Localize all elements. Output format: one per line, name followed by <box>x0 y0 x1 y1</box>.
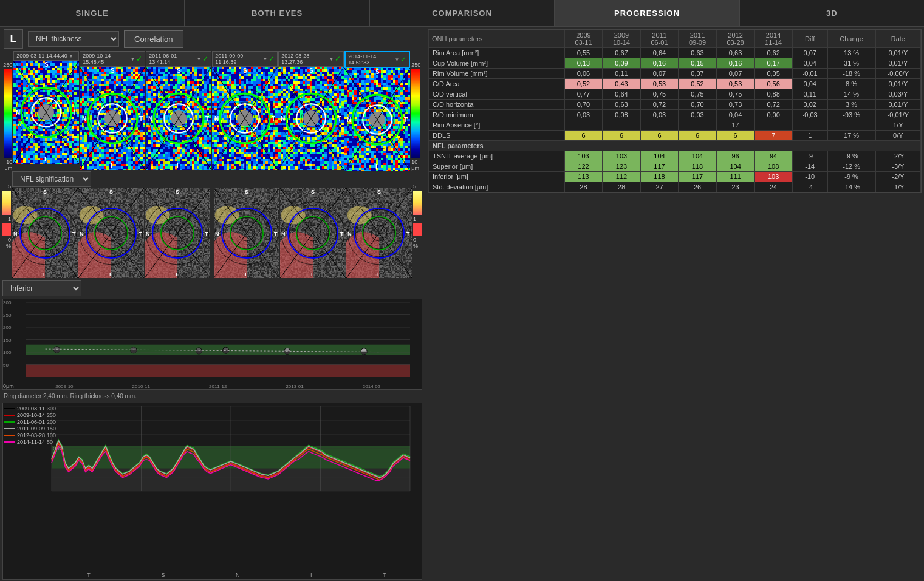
col-header-4: 201109-09 <box>679 30 717 48</box>
cell-4-change: 14 % <box>827 89 875 100</box>
row-label-7: Rim Absence [°] <box>429 120 565 131</box>
cell-11-4: 104 <box>716 161 755 172</box>
nfl-line-chart: 2009-03-11 300 2009-10-14 250 2011-06-01… <box>2 403 422 580</box>
cell-12-1: 112 <box>603 172 641 182</box>
cell-10-rate: -2/Y <box>875 151 920 161</box>
cell-1-2: 0,16 <box>640 58 679 69</box>
check-5: ✓ <box>335 55 341 63</box>
col-header-6: 201411-14 <box>755 30 793 48</box>
cell-13-5: 24 <box>755 182 793 192</box>
cell-4-1: 0,64 <box>603 89 641 100</box>
cell-13-rate: -1/Y <box>875 182 920 192</box>
cell-7-3: - <box>679 120 717 131</box>
check-2: ✓ <box>136 55 142 63</box>
row-label-4: C/D vertical <box>429 89 565 100</box>
cell-6-0: 0,03 <box>564 110 603 120</box>
cell-6-diff: -0,03 <box>792 110 827 120</box>
cell-3-3: 0,52 <box>679 79 717 89</box>
cell-8-rate: 0/Y <box>875 131 920 141</box>
cell-5-2: 0,72 <box>640 100 679 110</box>
scan-date-2[interactable]: 2009-10-14 15:48:45 ▼ ✓ <box>80 51 145 67</box>
cell-4-0: 0,77 <box>564 89 603 100</box>
cell-2-3: 0,07 <box>679 69 717 79</box>
cell-1-5: 0,17 <box>755 58 793 69</box>
cell-1-diff: 0,04 <box>792 58 827 69</box>
section-header-9: NFL parameters <box>429 141 921 151</box>
col-header-3: 201106-01 <box>640 30 679 48</box>
scan-date-6[interactable]: 2014-11-14 14:52:33 ▼ ✓ <box>344 51 410 68</box>
cell-0-2: 0,64 <box>640 48 679 58</box>
scan-date-4[interactable]: 2011-09-09 11:16:39 ▼ ✓ <box>212 51 278 67</box>
scale-unit-left: μm <box>5 165 13 171</box>
sector-row: Inferior <box>2 280 422 296</box>
cell-13-3: 26 <box>679 182 717 192</box>
scan-image-3 <box>146 67 211 170</box>
thickness-selector[interactable]: NFL thickness <box>28 31 119 47</box>
col-change: Change <box>827 30 875 48</box>
left-panel: L NFL thickness Correlation 250 10 μm 20… <box>0 27 425 581</box>
sig-selector[interactable]: NFL signification <box>12 171 91 187</box>
cell-12-0: 113 <box>564 172 603 182</box>
cell-2-0: 0,06 <box>564 69 603 79</box>
row-label-12: Inferior [μm] <box>429 172 565 182</box>
cell-1-3: 0,15 <box>679 58 717 69</box>
cell-3-change: 8 % <box>827 79 875 89</box>
tab-comparison[interactable]: COMPARISON <box>370 0 555 26</box>
cell-4-2: 0,75 <box>640 89 679 100</box>
cell-5-rate: 0,01/Y <box>875 100 920 110</box>
correlation-button[interactable]: Correlation <box>124 30 183 48</box>
sig-image-1 <box>12 188 78 278</box>
cell-0-diff: 0,07 <box>792 48 827 58</box>
tab-progression[interactable]: PROGRESSION <box>555 0 739 26</box>
progression-chart <box>2 299 422 390</box>
scan-date-3[interactable]: 2011-06-01 13:41:14 ▼ ✓ <box>146 51 211 67</box>
scan-date-1[interactable]: 2009-03-11 14:44:40 ▼ <box>13 51 79 61</box>
cell-10-1: 103 <box>603 151 641 161</box>
cell-5-3: 0,70 <box>679 100 717 110</box>
scan-date-5[interactable]: 2012-03-28 13:27:36 ▼ ✓ <box>278 51 344 67</box>
cell-4-diff: 0,11 <box>792 89 827 100</box>
sig-right-scale: 5 1 0 % <box>412 172 423 279</box>
row-label-6: R/D minimum <box>429 110 565 120</box>
scan-1: 2009-03-11 14:44:40 ▼ <box>13 51 79 171</box>
cell-0-0: 0,55 <box>564 48 603 58</box>
nfl-chart-canvas <box>3 403 416 500</box>
row-label-11: Superior [μm] <box>429 161 565 172</box>
left-color-scale: 250 10 μm <box>1 51 13 171</box>
x-axis-labels: T S N I T <box>52 572 422 578</box>
tab-3d[interactable]: 3D <box>740 0 924 26</box>
col-header-5: 201203-28 <box>716 30 755 48</box>
scan-5: 2012-03-28 13:27:36 ▼ ✓ <box>278 51 344 171</box>
row-label-2: Rim Volume [mm³] <box>429 69 565 79</box>
cell-12-4: 111 <box>716 172 755 182</box>
cell-1-0: 0,13 <box>564 58 603 69</box>
cell-7-5: - <box>755 120 793 131</box>
cell-11-3: 118 <box>679 161 717 172</box>
cell-13-0: 28 <box>564 182 603 192</box>
chart-legend: 2009-03-11 300 2009-10-14 250 2011-06-01… <box>3 404 65 453</box>
cell-8-0: 6 <box>564 131 603 141</box>
row-label-5: C/D horizontal <box>429 100 565 110</box>
cell-6-rate: -0,01/Y <box>875 110 920 120</box>
legend-color-3 <box>4 421 15 423</box>
cell-7-diff: - <box>792 120 827 131</box>
onh-table: ONH parameters 200903-11 200910-14 20110… <box>428 29 922 193</box>
eye-label: L <box>4 29 23 49</box>
scale-250: 250 <box>3 62 12 68</box>
sector-selector[interactable]: Inferior <box>2 280 81 296</box>
legend-2: 2009-10-14 250 <box>4 412 64 418</box>
cell-2-1: 0,11 <box>603 69 641 79</box>
cell-12-2: 118 <box>640 172 679 182</box>
tab-both-eyes[interactable]: BOTH EYES <box>185 0 369 26</box>
scale-10: 10 <box>6 159 12 165</box>
tab-single[interactable]: SINGLE <box>0 0 185 26</box>
cell-10-0: 103 <box>564 151 603 161</box>
cell-8-change: 17 % <box>827 131 875 141</box>
legend-4: 2011-09-09 150 <box>4 426 64 432</box>
cell-0-3: 0,63 <box>679 48 717 58</box>
chevron-2: ▼ <box>130 56 135 62</box>
cell-2-4: 0,07 <box>716 69 755 79</box>
cell-12-rate: -2/Y <box>875 172 920 182</box>
nfl-sig-section: 5 1 0 % NFL signification <box>0 171 425 279</box>
cell-3-0: 0,52 <box>564 79 603 89</box>
